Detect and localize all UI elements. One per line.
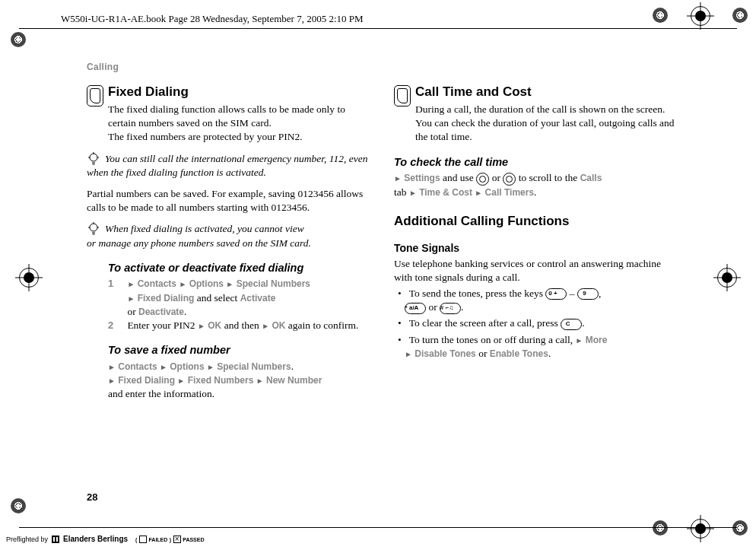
menu-item: New Number [266, 375, 322, 386]
check-time-steps: ► Settings and use or to scroll to the C… [394, 171, 680, 199]
rosette-icon [732, 520, 748, 536]
menu-item: Contacts [118, 361, 157, 372]
nav-arrow-icon: ► [108, 363, 116, 371]
text: or [428, 301, 440, 313]
nav-arrow-icon: ► [475, 189, 482, 197]
key-zero-icon: 0 + [545, 288, 567, 300]
preflight-footer: Preflighted by Elanders Berlings ( FAILE… [6, 534, 205, 545]
text: tab [394, 186, 409, 198]
feature-icon [394, 85, 411, 106]
page-header: W550i-UG-R1A-AE.book Page 28 Wednesday, … [0, 11, 756, 34]
menu-item: Time & Cost [419, 187, 472, 198]
menu-item: Fixed Dialing [138, 293, 195, 304]
step-2: 2 Enter your PIN2 ► OK and then ► OK aga… [108, 319, 373, 332]
text: and then [224, 319, 262, 331]
menu-item: Calls [580, 173, 602, 183]
partial-numbers-para: Partial numbers can be saved. For exampl… [87, 187, 373, 215]
text: The fixed dialing function allows calls … [108, 103, 345, 129]
nav-arrow-icon: ► [409, 189, 417, 197]
nav-key-left-icon [476, 173, 489, 186]
nav-arrow-icon: ► [179, 281, 186, 289]
step-1: 1 ► Contacts ► Options ► Special Numbers… [108, 277, 373, 319]
header-rule [19, 28, 737, 29]
call-time-intro: During a call, the duration of the call … [415, 103, 680, 145]
fixed-dialing-title: Fixed Dialing [87, 84, 373, 101]
text: To clear the screen after a call, press [409, 317, 561, 329]
activate-subtitle: To activate or deactivate fixed dialing [108, 261, 373, 276]
note-text: When fixed dialing is activated, you can… [105, 223, 304, 234]
checkbox-passed-icon [173, 536, 181, 543]
menu-item: Activate [240, 293, 276, 304]
paren: ( [135, 537, 137, 542]
text: and select [197, 292, 240, 304]
rosette-icon [11, 32, 26, 47]
header-text: W550i-UG-R1A-AE.book Page 28 Wednesday, … [61, 12, 364, 26]
menu-item: Fixed Dialing [118, 375, 175, 386]
menu-item: Settings [404, 173, 440, 183]
note-text: You can still call the international eme… [87, 153, 368, 178]
menu-item: Contacts [138, 278, 176, 289]
bullet-toggle-tones: To turn the tones on or off during a cal… [405, 333, 680, 361]
text: Enter your PIN2 [127, 319, 198, 331]
text: The fixed numbers are protected by your … [108, 131, 303, 142]
svg-rect-14 [56, 537, 58, 542]
step-body: ► Contacts ► Options ► Special Numbers ►… [127, 277, 370, 319]
menu-item: Fixed Numbers [188, 375, 254, 386]
additional-title: Additional Calling Functions [394, 213, 680, 230]
nav-arrow-icon: ► [226, 281, 233, 289]
paren: ) [170, 537, 171, 542]
registration-target-icon [691, 6, 710, 26]
nav-arrow-icon: ► [127, 281, 135, 289]
svg-point-0 [90, 154, 97, 161]
key-star-icon: * a/A [405, 303, 426, 314]
svg-rect-13 [53, 537, 55, 542]
lightbulb-icon [87, 152, 100, 166]
passed-label: PASSED [183, 537, 204, 542]
text: – [570, 288, 577, 299]
note-emergency: You can still call the international eme… [87, 152, 373, 180]
text: again to confirm. [288, 319, 359, 331]
text: or [127, 306, 138, 317]
text: To send the tones, press the keys [409, 288, 546, 299]
left-column: Fixed Dialing The fixed dialing function… [87, 84, 373, 402]
text: or [492, 172, 503, 183]
activate-block: To activate or deactivate fixed dialing … [108, 261, 373, 402]
menu-item: Options [170, 361, 204, 372]
text: to scroll to the [519, 172, 580, 183]
fixed-dialing-intro: The fixed dialing function allows calls … [108, 103, 373, 145]
menu-item: More [586, 335, 608, 345]
nav-arrow-icon: ► [262, 322, 269, 330]
tone-signals-title: Tone Signals [394, 241, 680, 256]
text: and use [443, 172, 476, 183]
rosette-icon [11, 498, 26, 513]
menu-item: Enable Tones [490, 348, 548, 359]
preflight-label: Preflighted by [6, 535, 48, 544]
nav-arrow-icon: ► [198, 322, 205, 330]
key-c-icon: C [561, 319, 582, 330]
rosette-icon [653, 520, 668, 536]
nav-arrow-icon: ► [160, 363, 167, 371]
menu-item: OK [272, 320, 285, 331]
footer-rule [19, 527, 737, 528]
nav-arrow-icon: ► [576, 336, 583, 345]
menu-item: Options [189, 278, 224, 289]
rosette-icon [653, 8, 668, 23]
checkbox-failed-icon [139, 536, 147, 543]
step-number: 1 [108, 277, 125, 291]
text: or [478, 348, 490, 359]
menu-item: Call Timers [485, 187, 534, 198]
tone-signals-intro: Use telephone banking services or contro… [394, 257, 680, 284]
page-number: 28 [87, 491, 97, 504]
menu-item: Special Numbers [217, 361, 291, 372]
save-steps: ► Contacts ► Options ► Special Numbers. … [108, 360, 373, 402]
nav-key-right-icon [503, 173, 516, 186]
key-hash-icon: # ⌐♫ [440, 303, 461, 314]
save-subtitle: To save a fixed number [108, 343, 373, 358]
step-number: 2 [108, 319, 125, 332]
nav-arrow-icon: ► [177, 377, 185, 385]
registration-target-icon [717, 268, 737, 288]
text: , [599, 288, 601, 299]
page-content: Fixed Dialing The fixed dialing function… [87, 84, 680, 402]
brand-name: Elanders Berlings [63, 534, 128, 545]
svg-rect-12 [52, 536, 59, 543]
